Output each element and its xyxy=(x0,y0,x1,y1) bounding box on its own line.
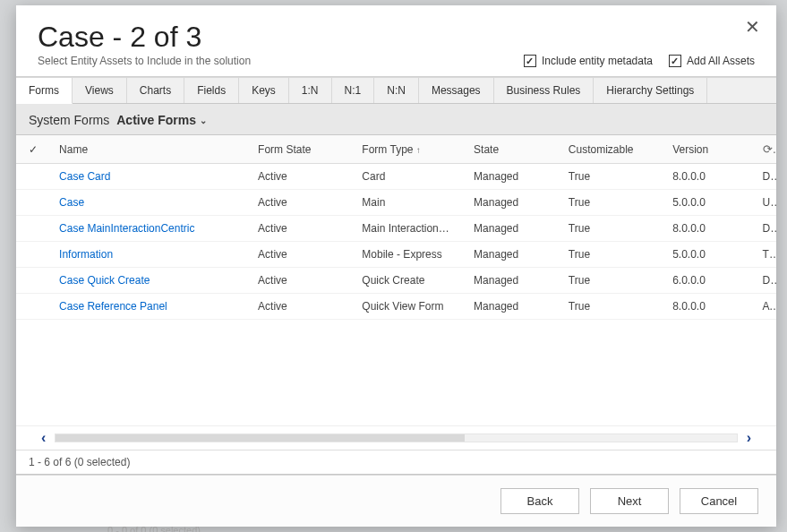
tab-messages[interactable]: Messages xyxy=(419,78,494,103)
row-name-link[interactable]: Case Quick Create xyxy=(50,268,249,294)
table-row[interactable]: Case CardActiveCardManagedTrue8.0.0.0Def xyxy=(16,164,776,190)
row-version: 8.0.0.0 xyxy=(663,294,753,320)
sort-asc-icon: ↑ xyxy=(416,145,421,155)
grid-status-text: 1 - 6 of 6 (0 selected) xyxy=(16,450,776,474)
row-form-type: Main xyxy=(353,190,465,216)
row-form-state: Active xyxy=(249,294,353,320)
next-button[interactable]: Next xyxy=(590,488,669,514)
row-customizable: True xyxy=(560,164,663,190)
page-title: Case - 2 of 3 xyxy=(38,21,755,53)
row-customizable: True xyxy=(560,190,663,216)
row-state: Managed xyxy=(465,164,560,190)
checkbox-icon xyxy=(669,55,681,67)
select-all-checkbox[interactable]: ✓ xyxy=(16,135,50,164)
row-description: Upd xyxy=(754,190,776,216)
col-form-type-header[interactable]: Form Type ↑ xyxy=(353,135,465,164)
scrollbar-track[interactable] xyxy=(55,433,737,442)
table-row[interactable]: Case Quick CreateActiveQuick CreateManag… xyxy=(16,268,776,294)
row-name-link[interactable]: Case xyxy=(50,190,249,216)
col-state-header[interactable]: State xyxy=(465,135,560,164)
row-form-state: Active xyxy=(249,242,353,268)
row-customizable: True xyxy=(560,268,663,294)
add-all-assets-checkbox[interactable]: Add All Assets xyxy=(669,55,755,67)
row-description: Def xyxy=(754,216,776,242)
view-filter-label: Active Forms xyxy=(116,113,196,127)
tab-hierarchy[interactable]: Hierarchy Settings xyxy=(594,78,707,103)
row-state: Managed xyxy=(465,294,560,320)
include-entity-metadata-label: Include entity metadata xyxy=(542,55,653,67)
solution-wizard-modal: ✕ Case - 2 of 3 Select Entity Assets to … xyxy=(16,5,776,527)
view-filter-dropdown[interactable]: Active Forms ⌄ xyxy=(116,113,207,127)
row-checkbox[interactable] xyxy=(16,294,50,320)
table-row[interactable]: Case Reference PanelActiveQuick View For… xyxy=(16,294,776,320)
row-checkbox[interactable] xyxy=(16,190,50,216)
row-description: A fo xyxy=(754,294,776,320)
refresh-icon[interactable]: ⟳ xyxy=(754,135,776,164)
row-form-type: Card xyxy=(353,164,465,190)
table-row[interactable]: CaseActiveMainManagedTrue5.0.0.0Upd xyxy=(16,190,776,216)
row-name-link[interactable]: Information xyxy=(50,242,249,268)
modal-body: System Forms Active Forms ⌄ xyxy=(16,104,776,475)
grid-horizontal-scrollbar: ‹ › xyxy=(16,425,776,450)
table-row[interactable]: InformationActiveMobile - ExpressManaged… xyxy=(16,242,776,268)
row-checkbox[interactable] xyxy=(16,268,50,294)
tab-fields[interactable]: Fields xyxy=(184,78,239,103)
col-version-header[interactable]: Version xyxy=(663,135,753,164)
modal-header: Case - 2 of 3 Select Entity Assets to In… xyxy=(16,5,776,77)
row-state: Managed xyxy=(465,190,560,216)
col-form-state-header[interactable]: Form State xyxy=(249,135,353,164)
row-form-state: Active xyxy=(249,190,353,216)
row-form-type: Main Interaction… xyxy=(353,216,465,242)
scroll-right-icon[interactable]: › xyxy=(747,430,751,446)
row-description: This xyxy=(754,242,776,268)
row-customizable: True xyxy=(560,216,663,242)
row-state: Managed xyxy=(465,216,560,242)
row-version: 8.0.0.0 xyxy=(663,164,753,190)
row-state: Managed xyxy=(465,242,560,268)
tab-charts[interactable]: Charts xyxy=(127,78,184,103)
col-name-header[interactable]: Name xyxy=(50,135,249,164)
tab-forms[interactable]: Forms xyxy=(16,78,73,104)
row-form-state: Active xyxy=(249,216,353,242)
row-state: Managed xyxy=(465,268,560,294)
tab-views[interactable]: Views xyxy=(73,78,127,103)
view-selector-row: System Forms Active Forms ⌄ xyxy=(16,104,776,134)
row-name-link[interactable]: Case MainInteractionCentric xyxy=(50,216,249,242)
col-customizable-header[interactable]: Customizable xyxy=(560,135,663,164)
col-form-type-label: Form Type xyxy=(362,143,413,156)
tab-rel-1n[interactable]: 1:N xyxy=(289,78,332,103)
row-description: Def xyxy=(754,164,776,190)
scrollbar-thumb[interactable] xyxy=(56,434,464,442)
row-customizable: True xyxy=(560,242,663,268)
tab-business-rules[interactable]: Business Rules xyxy=(494,78,595,103)
page-subtitle: Select Entity Assets to Include in the s… xyxy=(38,55,251,67)
row-checkbox[interactable] xyxy=(16,242,50,268)
tab-keys[interactable]: Keys xyxy=(239,78,289,103)
row-form-state: Active xyxy=(249,164,353,190)
row-checkbox[interactable] xyxy=(16,164,50,190)
modal-footer: Back Next Cancel xyxy=(16,475,776,527)
row-form-type: Quick Create xyxy=(353,268,465,294)
row-version: 6.0.0.0 xyxy=(663,268,753,294)
row-form-type: Quick View Form xyxy=(353,294,465,320)
row-version: 5.0.0.0 xyxy=(663,242,753,268)
row-name-link[interactable]: Case Card xyxy=(50,164,249,190)
table-row[interactable]: Case MainInteractionCentricActiveMain In… xyxy=(16,216,776,242)
tab-rel-n1[interactable]: N:1 xyxy=(332,78,375,103)
row-customizable: True xyxy=(560,294,663,320)
scroll-left-icon[interactable]: ‹ xyxy=(41,430,46,446)
row-checkbox[interactable] xyxy=(16,216,50,242)
row-description: Def xyxy=(754,268,776,294)
tab-rel-nn[interactable]: N:N xyxy=(374,78,419,103)
close-icon[interactable]: ✕ xyxy=(745,18,760,36)
forms-grid: ✓ Name Form State Form Type ↑ State Cust… xyxy=(16,134,776,475)
cancel-button[interactable]: Cancel xyxy=(680,488,758,514)
row-name-link[interactable]: Case Reference Panel xyxy=(50,294,249,320)
row-version: 8.0.0.0 xyxy=(663,216,753,242)
row-form-type: Mobile - Express xyxy=(353,242,465,268)
chevron-down-icon: ⌄ xyxy=(200,116,207,125)
back-button[interactable]: Back xyxy=(500,488,579,514)
include-entity-metadata-checkbox[interactable]: Include entity metadata xyxy=(524,55,653,67)
view-group-label: System Forms xyxy=(29,113,109,127)
row-form-state: Active xyxy=(249,268,353,294)
